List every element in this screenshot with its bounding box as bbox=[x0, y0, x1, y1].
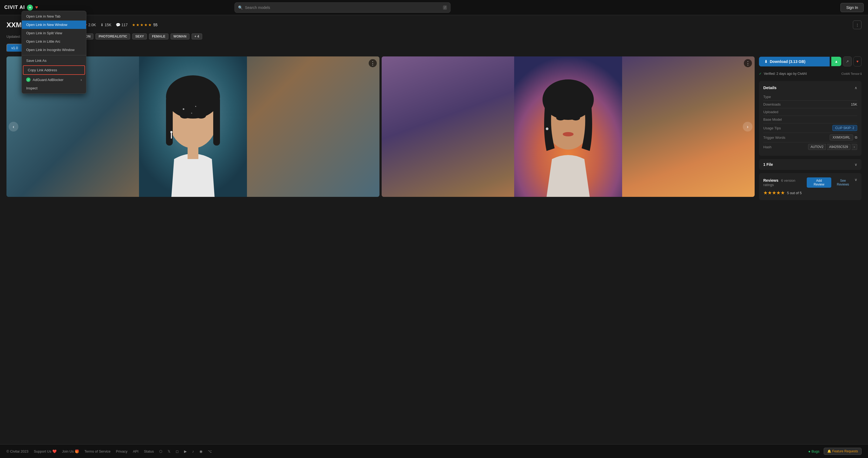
menu-item-inspect[interactable]: Inspect bbox=[22, 84, 86, 92]
footer-join[interactable]: Join Us 🎁 bbox=[62, 449, 79, 453]
image-2-more-button[interactable]: ⋮ bbox=[744, 59, 752, 67]
downloads-stat: ⬇ 15K bbox=[100, 23, 112, 27]
details-uploaded-row: Uploaded bbox=[763, 108, 857, 116]
hash-type: AUTOV2 bbox=[808, 144, 826, 150]
svg-rect-8 bbox=[171, 133, 172, 139]
reviews-title: Reviews bbox=[763, 178, 778, 182]
tag-more[interactable]: + 4 bbox=[192, 33, 202, 39]
model-menu-button[interactable]: ⋮ bbox=[853, 21, 862, 29]
svg-point-7 bbox=[170, 131, 173, 133]
next-image-button[interactable]: › bbox=[743, 122, 752, 132]
details-usage-row: Usage Tips CLIP SKIP: 2 bbox=[763, 123, 857, 133]
menu-item-new-window[interactable]: Open Link in New Window bbox=[22, 21, 86, 29]
hash-arrow-button[interactable]: › bbox=[851, 144, 857, 150]
star-4: ★ bbox=[144, 23, 148, 27]
footer-support[interactable]: Support Us ❤️ bbox=[34, 449, 57, 453]
download-button[interactable]: ⬇ Download (3.13 GB) bbox=[759, 57, 830, 66]
star-2: ★ bbox=[136, 23, 140, 27]
download-split-button[interactable]: ▲ bbox=[831, 57, 841, 66]
verified-text: Verified: 2 days ago by CivitAI bbox=[764, 72, 807, 76]
footer-social-reddit[interactable]: ◉ bbox=[199, 449, 203, 453]
menu-divider-1 bbox=[22, 55, 86, 55]
tag-woman[interactable]: WOMAN bbox=[170, 33, 189, 39]
add-review-button[interactable]: Add Review bbox=[807, 177, 832, 188]
menu-item-copy-link[interactable]: Copy Link Address bbox=[23, 65, 85, 75]
footer-status[interactable]: Status bbox=[144, 449, 154, 453]
footer-social-youtube[interactable]: ▶ bbox=[184, 449, 187, 453]
files-row[interactable]: 1 File ∨ bbox=[759, 159, 862, 170]
search-input[interactable] bbox=[245, 5, 441, 10]
version-tabs: v1.0 Test_v2.0 Test_v1.0 bbox=[6, 44, 862, 52]
submenu-arrow: › bbox=[81, 78, 82, 82]
footer-tos[interactable]: Terms of Service bbox=[85, 449, 111, 453]
svg-point-18 bbox=[571, 116, 580, 120]
logo-heart-icon: ♥ bbox=[35, 5, 38, 10]
details-title: Details bbox=[763, 85, 776, 90]
images-section: ⋮ ‹ bbox=[6, 56, 755, 200]
svg-point-2 bbox=[166, 75, 220, 119]
menu-item-new-tab[interactable]: Open Link in New Tab bbox=[22, 12, 86, 21]
search-icon: 🔍 bbox=[238, 5, 243, 10]
details-hash-row: Hash AUTOV2 A94255C529 › bbox=[763, 142, 857, 151]
reviews-section: Reviews 6 version ratings Add Review See… bbox=[759, 173, 862, 200]
menu-item-save-link[interactable]: Save Link As bbox=[22, 56, 86, 65]
sidebar: ⬇ Download (3.13 GB) ▲ ↗ ♥ ✓ Verified: 2… bbox=[759, 56, 862, 200]
sign-in-button[interactable]: Sign In bbox=[840, 3, 864, 12]
image-1-more-button[interactable]: ⋮ bbox=[369, 59, 377, 67]
download-icon: ⬇ bbox=[100, 23, 104, 27]
tag-sexy[interactable]: SEXY bbox=[132, 33, 147, 39]
content-area: ⋮ ‹ bbox=[6, 56, 862, 200]
downloads-value: 15K bbox=[851, 102, 857, 106]
see-reviews-button[interactable]: See Reviews bbox=[833, 177, 852, 188]
star-3: ★ bbox=[140, 23, 144, 27]
verified-row: ✓ Verified: 2 days ago by CivitAI CivitA… bbox=[759, 70, 862, 78]
search-bar: 🔍 / bbox=[235, 2, 451, 13]
download-extra-button[interactable]: ↗ bbox=[843, 56, 852, 66]
menu-item-split-view[interactable]: Open Link in Split View bbox=[22, 29, 86, 37]
copy-trigger-icon[interactable]: ⧉ bbox=[855, 135, 857, 140]
svg-rect-4 bbox=[213, 97, 220, 146]
footer-privacy[interactable]: Privacy bbox=[116, 449, 128, 453]
footer-social-twitter[interactable]: 𝕏 bbox=[167, 449, 170, 453]
header: CIVIT AI + ♥ 🔍 / Sign In bbox=[0, 0, 868, 15]
download-label: Download (3.13 GB) bbox=[770, 59, 805, 64]
rating-stars-display: ★★★★★ bbox=[763, 190, 785, 196]
version-tab-v1[interactable]: v1.0 bbox=[6, 44, 23, 52]
tag-female[interactable]: FEMALE bbox=[149, 33, 168, 39]
files-label: 1 File bbox=[763, 162, 773, 167]
star-5: ★ bbox=[148, 23, 152, 27]
adguard-icon: ✓ bbox=[26, 78, 31, 82]
adguard-label: AdGuard AdBlocker bbox=[33, 78, 63, 82]
bugs-indicator: ● Bugs bbox=[808, 449, 820, 453]
prev-image-button[interactable]: ‹ bbox=[9, 122, 18, 132]
footer-api[interactable]: API bbox=[133, 449, 138, 453]
menu-item-incognito[interactable]: Open Link in Incognito Window bbox=[22, 46, 86, 54]
uploaded-label: Uploaded bbox=[763, 110, 778, 114]
menu-item-adguard[interactable]: ✓ AdGuard AdBlocker › bbox=[22, 75, 86, 84]
details-chevron[interactable]: ∧ bbox=[855, 86, 857, 90]
context-menu: Open Link in New Tab Open Link in New Wi… bbox=[22, 11, 86, 94]
favorite-button[interactable]: ♥ bbox=[854, 56, 862, 66]
footer-social-instagram[interactable]: ◻ bbox=[176, 449, 179, 453]
hash-label: Hash bbox=[763, 145, 771, 149]
likes-stat: ♥ 2.0K bbox=[85, 23, 96, 27]
image-right bbox=[382, 56, 755, 197]
tags-row: Updated: Sep 17, 2023 BASE MODEL PERSON … bbox=[6, 33, 862, 39]
details-type-row: Type bbox=[763, 93, 857, 101]
svg-point-10 bbox=[195, 106, 196, 107]
logo: CIVIT AI + ♥ bbox=[4, 5, 38, 10]
svg-point-9 bbox=[183, 108, 184, 110]
footer-social-tiktok[interactable]: ♪ bbox=[192, 449, 194, 453]
menu-item-little-arc[interactable]: Open Link in Little Arc bbox=[22, 37, 86, 46]
details-panel: Details ∧ Type Downloads 15K Uploaded Ba… bbox=[759, 81, 862, 156]
footer-social-github[interactable]: ⌥ bbox=[208, 449, 212, 453]
comment-icon: 💬 bbox=[116, 23, 120, 27]
svg-point-17 bbox=[556, 116, 565, 120]
footer-social-discord[interactable]: ⬡ bbox=[159, 449, 162, 453]
logo-plus-icon[interactable]: + bbox=[27, 5, 33, 10]
usage-tips-value: CLIP SKIP: 2 bbox=[832, 125, 857, 131]
likes-count: 2.0K bbox=[88, 23, 96, 27]
search-kbd: / bbox=[443, 5, 447, 10]
feature-requests-button[interactable]: 🔔 Feature Requests bbox=[824, 448, 862, 455]
tag-photorealistic[interactable]: PHOTOREALISTIC bbox=[96, 33, 130, 39]
